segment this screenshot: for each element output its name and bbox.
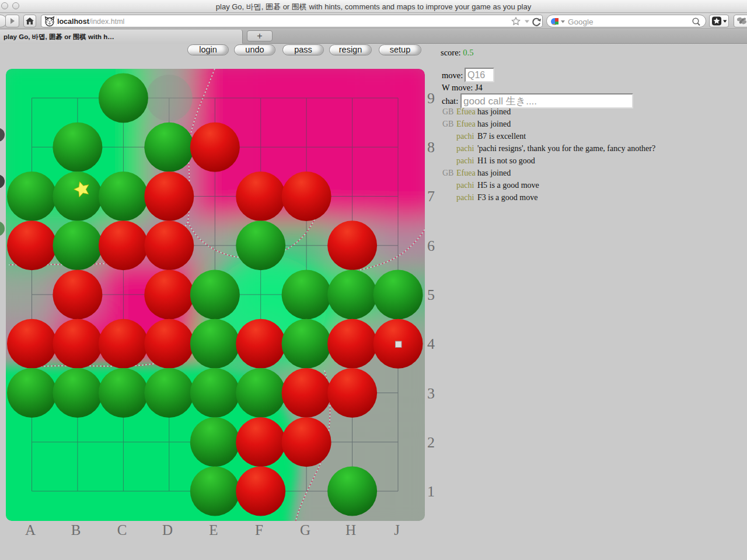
svg-text:Google: Google [568,18,594,26]
